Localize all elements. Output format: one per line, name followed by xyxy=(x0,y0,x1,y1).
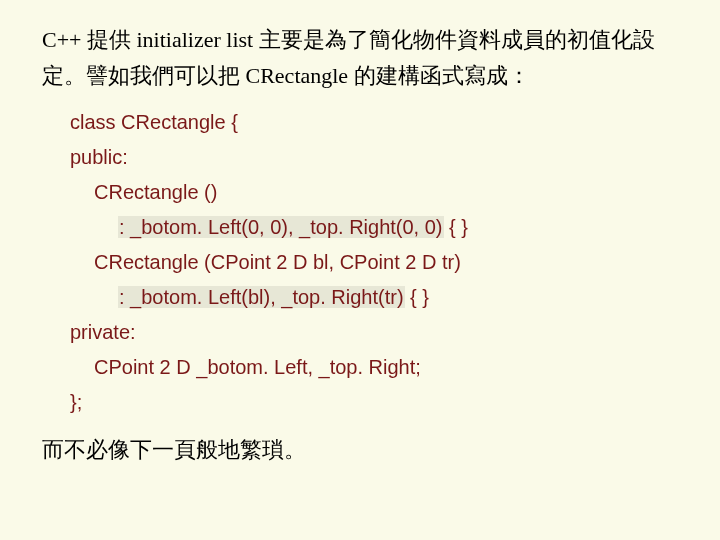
code-tail: { } xyxy=(444,216,468,238)
code-line: CRectangle (CPoint 2 D bl, CPoint 2 D tr… xyxy=(70,245,684,280)
code-block: class CRectangle { public: CRectangle ()… xyxy=(70,105,684,420)
code-line: : _botom. Left(bl), _top. Right(tr) { } xyxy=(70,280,684,315)
code-line: class CRectangle { xyxy=(70,105,684,140)
outro-paragraph: 而不必像下一頁般地繁瑣。 xyxy=(42,432,684,468)
code-line: private: xyxy=(70,315,684,350)
code-line: public: xyxy=(70,140,684,175)
code-line: : _botom. Left(0, 0), _top. Right(0, 0) … xyxy=(70,210,684,245)
initializer-list-highlight: : _botom. Left(0, 0), _top. Right(0, 0) xyxy=(118,216,444,238)
code-line: }; xyxy=(70,385,684,420)
code-line: CRectangle () xyxy=(70,175,684,210)
intro-paragraph: C++ 提供 initializer list 主要是為了簡化物件資料成員的初值… xyxy=(42,22,684,95)
initializer-list-highlight: : _botom. Left(bl), _top. Right(tr) xyxy=(118,286,405,308)
code-tail: { } xyxy=(405,286,429,308)
code-line: CPoint 2 D _botom. Left, _top. Right; xyxy=(70,350,684,385)
